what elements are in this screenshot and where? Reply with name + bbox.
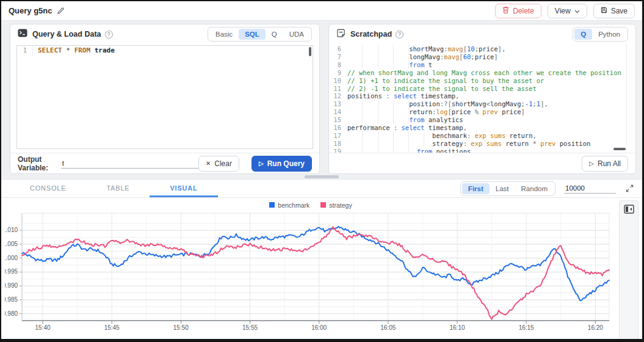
tab-basic[interactable]: Basic [209,29,239,40]
chart-area: benchmarkstrategy 0.9800.9850.9900.9951.… [1,198,642,342]
sql-code: 1SELECT * FROM trade [17,46,313,56]
view-button[interactable]: View [548,4,587,18]
scratchpad-header: Scratchpad ? QPython [329,24,635,44]
svg-text:1.005: 1.005 [5,241,18,247]
sql-editor-region: 1SELECT * FROM trade [10,44,319,153]
code-text: positions : select timestamp, [347,92,459,100]
svg-text:15:50: 15:50 [173,324,189,331]
tab-q[interactable]: Q [574,29,592,40]
code-text: from analytics [347,116,463,124]
query-panel-title: Query & Load Data [32,30,101,38]
expand-icon[interactable] [626,184,634,192]
sample-mode-tabs: FirstLastRandom [460,181,555,196]
scratchpad-actions-row: ▷ Run All [329,153,635,173]
output-variable-input[interactable] [61,158,198,169]
line-number: 14 [329,108,347,116]
code-line: 13 position:?[shortMavg<longMavg;-1;1], [329,100,635,108]
svg-text:16:05: 16:05 [380,324,396,331]
save-label: Save [611,7,628,15]
scratchpad-vscrollbar-track[interactable] [626,44,627,144]
svg-text:1.000: 1.000 [5,255,18,261]
results-tab-visual[interactable]: VISUAL [150,180,217,197]
code-line: 19 from positions [329,148,635,153]
code-text: from t [347,61,432,69]
code-text: // 2) -1 to indicate the signal to sell … [347,85,537,93]
legend-item-strategy[interactable]: strategy [320,202,352,209]
run-all-button[interactable]: ▷ Run All [582,156,628,172]
tab-q[interactable]: Q [266,29,283,40]
output-variable-label: Output Variable: [18,155,56,172]
line-number: 8 [329,61,347,69]
results-tab-console[interactable]: CONSOLE [10,180,86,197]
code-text: benchmark: exp sums return, [347,132,537,140]
scratchpad-panel: Scratchpad ? QPython 6 shortMavg:mavg[10… [328,24,636,174]
scratchpad-hscrollbar-thumb[interactable] [613,148,626,150]
tab-sql[interactable]: SQL [239,29,266,40]
results-panel: CONSOLETABLEVISUAL FirstLastRandom bench… [1,179,642,339]
svg-text:16:20: 16:20 [588,324,603,331]
query-actions-row: Output Variable: ✕ Clear ▷ Run Query [10,153,319,173]
line-number: 10 [329,77,347,85]
results-tabbar: CONSOLETABLEVISUAL FirstLastRandom [1,180,642,198]
line-number: 1 [17,46,33,56]
code-line: 6 shortMavg:mavg[10;price], [329,45,635,53]
performance-chart[interactable]: 0.9800.9850.9900.9951.0001.0051.01015:40… [5,209,617,334]
results-tab-table[interactable]: TABLE [86,180,150,197]
svg-text:15:55: 15:55 [242,324,258,331]
clear-button[interactable]: ✕ Clear [198,156,239,172]
run-all-label: Run All [598,159,621,168]
run-all-icon: ▷ [589,161,594,167]
code-text: performance : select timestamp, [347,124,467,132]
run-icon: ▷ [259,161,264,167]
results-controls: FirstLastRandom [460,181,634,196]
splitter-drag-handle[interactable] [305,175,339,178]
tab-python[interactable]: Python [592,29,626,40]
run-query-button[interactable]: ▷ Run Query [251,156,312,172]
legend-item-benchmark[interactable]: benchmark [269,202,309,209]
sql-editor-scrollbar-thumb[interactable] [309,47,311,56]
legend-swatch [269,202,275,208]
sql-editor[interactable]: 1SELECT * FROM trade [16,45,313,149]
svg-text:0.995: 0.995 [5,268,18,275]
svg-text:0.980: 0.980 [5,310,18,317]
scratchpad-buttons: ▷ Run All [582,156,628,172]
code-line: 8 from t [329,61,635,69]
sample-random[interactable]: Random [515,183,554,194]
code-line: 14 return:log[price % prev price] [329,108,635,116]
legend-label: strategy [329,202,352,209]
delete-button[interactable]: Delete [495,4,541,18]
edit-title-icon[interactable] [57,7,65,15]
tab-uda[interactable]: UDA [283,29,310,40]
line-number: 17 [329,132,347,140]
collapse-panel-icon[interactable] [624,205,634,216]
code-line: 16performance : select timestamp, [329,124,635,132]
scratchpad-language-tabs: QPython [573,27,628,42]
svg-text:16:00: 16:00 [311,324,327,331]
legend-label: benchmark [278,202,309,209]
line-number: 6 [329,45,347,53]
save-button[interactable]: Save [593,4,635,18]
scratchpad-help-icon[interactable]: ? [396,31,403,38]
view-label: View [555,7,571,15]
delete-label: Delete [513,7,534,15]
line-number: 9 [329,69,347,77]
sample-last[interactable]: Last [490,183,515,194]
code-text: longMavg:mavg[60;price] [347,53,498,61]
horizontal-splitter [1,175,642,179]
clear-x-icon: ✕ [206,161,211,167]
query-buttons: ✕ Clear ▷ Run Query [198,156,312,172]
code-text: position:?[shortMavg<longMavg;-1;1], [347,100,548,108]
code-text: // 1) +1 to indicate the signal to buy t… [347,77,544,85]
sample-first[interactable]: First [462,183,490,194]
help-icon[interactable]: ? [105,31,113,38]
scratchpad-editor-region: 6 shortMavg:mavg[10;price],7 longMavg:ma… [329,44,635,153]
code-line: 17 benchmark: exp sums return, [329,132,635,140]
scratchpad-code[interactable]: 6 shortMavg:mavg[10;price],7 longMavg:ma… [329,44,635,153]
svg-text:1.010: 1.010 [5,227,18,233]
svg-text:16:10: 16:10 [449,324,465,331]
row-limit-input[interactable] [564,183,616,194]
svg-text:16:15: 16:15 [519,324,534,331]
page-title: Query g5nc [9,6,52,15]
code-text: return:log[price % prev price] [347,108,525,116]
line-number: 15 [329,116,347,124]
